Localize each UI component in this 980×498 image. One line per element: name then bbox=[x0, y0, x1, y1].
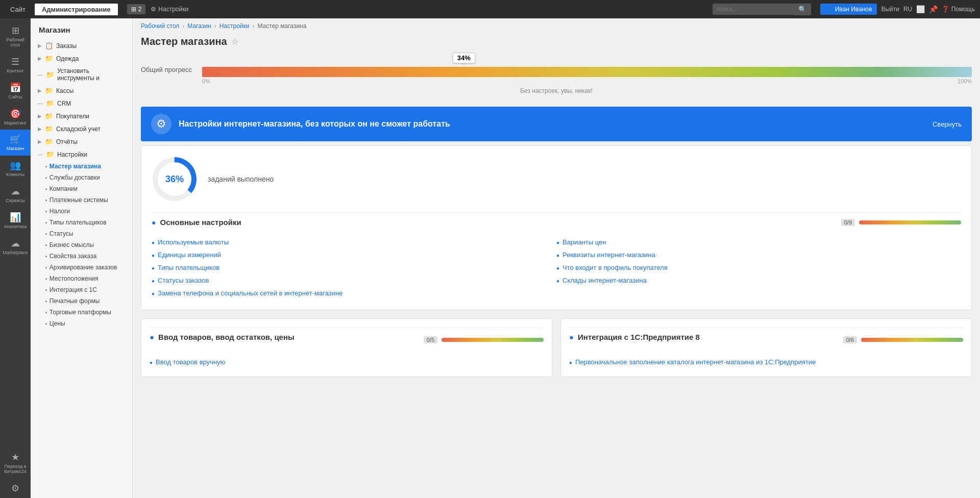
sidebar-item-sites[interactable]: 📅 Сайты bbox=[0, 78, 31, 104]
sidebar-sub-trading-platforms[interactable]: ● Торговые платформы bbox=[31, 307, 132, 318]
sidebar-sub-print-forms[interactable]: ● Печатные формы bbox=[31, 295, 132, 307]
monitor-icon-button[interactable]: ⬜ bbox=[916, 5, 925, 13]
sub-taxes-label: Налоги bbox=[50, 208, 70, 215]
task-phone-replace[interactable]: ● Замена телефона и социальных сетей в и… bbox=[152, 287, 556, 300]
badge-button[interactable]: ⊞ 2 bbox=[127, 4, 146, 14]
sites-label: Сайты bbox=[8, 95, 22, 100]
pin-icon-button[interactable]: 📌 bbox=[929, 5, 938, 13]
arrow-icon: ▶ bbox=[38, 88, 42, 93]
sidebar-item-desktop[interactable]: ⊞ Рабочий стол bbox=[0, 21, 31, 52]
crm-label: CRM bbox=[57, 100, 71, 107]
sidebar-sub-companies[interactable]: ● Компании bbox=[31, 183, 132, 194]
arrow-icon: ▶ bbox=[38, 43, 42, 48]
sidebar-item-orders[interactable]: ▶ 📋 Заказы bbox=[31, 39, 132, 52]
task-warehouses[interactable]: ● Склады интернет-магазина bbox=[556, 274, 961, 287]
sidebar-item-warehouse[interactable]: ▶ 📁 Складской учет bbox=[31, 122, 132, 135]
sub-biz-sense-label: Бизнес смыслы bbox=[50, 241, 94, 248]
task-bullet-icon: ● bbox=[569, 360, 572, 365]
task-buyer-profile-label: Что входит в профиль покупателя bbox=[562, 264, 668, 271]
top-settings-button[interactable]: ⚙ Настройки bbox=[151, 6, 188, 13]
help-button[interactable]: ❓ Помощь bbox=[942, 6, 975, 13]
sidebar-item-gear[interactable]: ⚙ bbox=[0, 479, 31, 498]
sidebar-sub-biz-sense[interactable]: ● Бизнес смыслы bbox=[31, 239, 132, 251]
cashier-label: Кассы bbox=[56, 87, 74, 94]
user-button[interactable]: 👤 Иван Иванов bbox=[820, 4, 877, 15]
sidebar-item-clients[interactable]: 👥 Клиенты bbox=[0, 156, 31, 182]
sidebar-item-reports[interactable]: ▶ 📁 Отчёты bbox=[31, 135, 132, 148]
sidebar-sub-statuses[interactable]: ● Статусы bbox=[31, 228, 132, 239]
lang-button[interactable]: RU bbox=[903, 6, 912, 13]
sidebar-sub-payer-types[interactable]: ● Типы плательщиков bbox=[31, 217, 132, 228]
sidebar-item-install[interactable]: — 📁 Установить инструменты и bbox=[31, 65, 132, 84]
breadcrumb-desktop[interactable]: Рабочий стол bbox=[141, 22, 179, 30]
sidebar-sub-locations[interactable]: ● Местоположения bbox=[31, 273, 132, 284]
search-input[interactable] bbox=[713, 4, 794, 15]
sidebar-sub-order-props[interactable]: ● Свойства заказа bbox=[31, 251, 132, 262]
two-col-section: ● Ввод товаров, ввод остатков, цены 0/5 … bbox=[141, 318, 972, 377]
bullet-icon: ● bbox=[45, 299, 47, 304]
clients-label: Клиенты bbox=[6, 172, 24, 178]
sidebar-item-bitrix24[interactable]: ★ Переход в Битрикс24 bbox=[0, 447, 31, 479]
progress-percent-bubble: 34% bbox=[453, 53, 475, 63]
sidebar-item-cashier[interactable]: ▶ 📁 Кассы bbox=[31, 84, 132, 97]
task-buyer-profile[interactable]: ● Что входит в профиль покупателя bbox=[556, 261, 961, 274]
favorite-star-icon[interactable]: ☆ bbox=[231, 37, 238, 46]
tasks-right-col: ● Варианты цен ● Реквизиты интернет-мага… bbox=[556, 236, 961, 300]
sites-icon: 📅 bbox=[10, 82, 21, 93]
sep2: › bbox=[214, 22, 216, 30]
marketplace-label: Marketplace bbox=[3, 251, 28, 256]
breadcrumb-settings[interactable]: Настройки bbox=[219, 22, 250, 30]
warehouse-icon: 📁 bbox=[45, 125, 53, 133]
sub-1c-label: Интеграция с 1С bbox=[50, 286, 97, 293]
task-units[interactable]: ● Единицы измерений bbox=[152, 248, 556, 261]
sub-trading-platforms-label: Торговые платформы bbox=[50, 309, 111, 316]
dash-icon: — bbox=[38, 72, 43, 78]
sidebar-item-crm[interactable]: — 📁 CRM bbox=[31, 97, 132, 110]
goods-bullet-icon: ● bbox=[150, 333, 154, 341]
bullet-icon: ● bbox=[45, 187, 47, 191]
task-order-statuses[interactable]: ● Статусы заказов bbox=[152, 274, 556, 287]
admin-tab[interactable]: Администрирование bbox=[35, 4, 118, 15]
task-currencies[interactable]: ● Используемые валюты bbox=[152, 236, 556, 248]
goods-title: ● Ввод товаров, ввод остатков, цены bbox=[150, 333, 295, 341]
banner-gear-icon: ⚙ bbox=[151, 114, 172, 134]
sidebar-sub-payment[interactable]: ● Платежные системы bbox=[31, 194, 132, 206]
sidebar-item-buyers[interactable]: ▶ 📁 Покупатели bbox=[31, 110, 132, 122]
circle-percent: 36% bbox=[165, 174, 184, 185]
sidebar-item-shop[interactable]: 🛒 Магазин bbox=[0, 130, 31, 156]
sidebar-item-marketplace[interactable]: ☁ Marketplace bbox=[0, 234, 31, 260]
sidebar-sub-1c[interactable]: ● Интеграция с 1С bbox=[31, 284, 132, 295]
sidebar-sub-delivery[interactable]: ● Службы доставки bbox=[31, 172, 132, 183]
analytics-icon: 📊 bbox=[10, 212, 21, 223]
sidebar-item-marketing[interactable]: 🎯 Маркетинг bbox=[0, 104, 31, 130]
sidebar-item-content[interactable]: ☰ Контент bbox=[0, 52, 31, 78]
logout-button[interactable]: Выйти bbox=[881, 6, 899, 13]
sidebar-item-analytics[interactable]: 📊 Аналитика bbox=[0, 208, 31, 234]
task-requisites[interactable]: ● Реквизиты интернет-магазина bbox=[556, 248, 961, 261]
sub-locations-label: Местоположения bbox=[50, 275, 99, 282]
task-first-fill[interactable]: ● Первоначальное заполнение каталога инт… bbox=[569, 356, 963, 368]
task-price-variants[interactable]: ● Варианты цен bbox=[556, 236, 961, 248]
sidebar-sub-taxes[interactable]: ● Налоги bbox=[31, 206, 132, 217]
site-button[interactable]: Сайт bbox=[5, 4, 31, 15]
sidebar-sub-prices[interactable]: ● Цены bbox=[31, 318, 132, 329]
task-payer-types[interactable]: ● Типы плательщиков bbox=[152, 261, 556, 274]
progress-circle-area: 36% заданий выполнено bbox=[152, 156, 961, 202]
top-actions: ⊞ 2 ⚙ Настройки bbox=[127, 4, 189, 14]
sidebar-item-settings[interactable]: — 📁 Настройки bbox=[31, 148, 132, 161]
breadcrumb-shop[interactable]: Магазин bbox=[187, 22, 211, 30]
dash-icon: — bbox=[38, 152, 43, 157]
sidebar-item-clothes[interactable]: ▶ 📁 Одежда bbox=[31, 52, 132, 65]
collapse-button[interactable]: Свернуть bbox=[933, 120, 962, 128]
main-layout: ⊞ Рабочий стол ☰ Контент 📅 Сайты 🎯 Марке… bbox=[0, 18, 980, 498]
search-button[interactable]: 🔍 bbox=[794, 4, 811, 15]
content-label: Контент bbox=[7, 69, 23, 74]
icon-sidebar: ⊞ Рабочий стол ☰ Контент 📅 Сайты 🎯 Марке… bbox=[0, 18, 31, 498]
badge-icon: ⊞ bbox=[131, 6, 136, 13]
sub-archive-label: Архивирование заказов bbox=[50, 264, 117, 271]
sidebar-sub-archive[interactable]: ● Архивирование заказов bbox=[31, 262, 132, 273]
sidebar-sub-shop-wizard[interactable]: ● Мастер магазина bbox=[31, 161, 132, 172]
progress-note: Без настроек, увы, никак! bbox=[141, 87, 972, 94]
task-manual-goods[interactable]: ● Ввод товаров вручную bbox=[150, 356, 544, 368]
sidebar-item-services[interactable]: ☁ Сервисы bbox=[0, 182, 31, 208]
